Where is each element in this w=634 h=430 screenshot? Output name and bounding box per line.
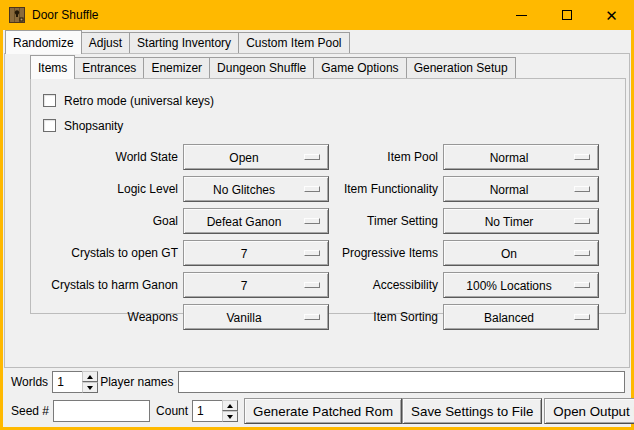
- dropdown-value: Open: [184, 150, 304, 165]
- seed-label: Seed #: [9, 404, 53, 418]
- tab-label: Enemizer: [151, 61, 202, 75]
- tab-enemizer[interactable]: Enemizer: [143, 57, 210, 78]
- worlds-spin-up-button[interactable]: [82, 371, 98, 382]
- tab-items[interactable]: Items: [30, 55, 75, 79]
- item-pool-label: Item Pool: [334, 150, 438, 164]
- tab-label: Dungeon Shuffle: [217, 61, 306, 75]
- seed-row: Seed # Count Generate Patched Rom Save S…: [9, 398, 625, 424]
- window-title: Door Shuffle: [32, 8, 99, 22]
- logic-level-dropdown[interactable]: No Glitches: [183, 176, 329, 202]
- accessibility-dropdown[interactable]: 100% Locations: [443, 272, 599, 298]
- worlds-spin-down-button[interactable]: [82, 382, 98, 393]
- dropdown-value: Normal: [444, 182, 574, 197]
- worlds-spinner: [52, 371, 98, 393]
- tab-entrances[interactable]: Entrances: [74, 57, 144, 78]
- shopsanity-row: Shopsanity: [43, 113, 625, 138]
- worlds-label: Worlds: [9, 375, 52, 389]
- crystals-gt-dropdown[interactable]: 7: [183, 240, 329, 266]
- count-input[interactable]: [192, 400, 222, 422]
- count-spin-buttons: [222, 400, 238, 422]
- arrow-down-icon: [87, 386, 93, 390]
- primary-tabbar: Randomize Adjust Starting Inventory Cust…: [3, 30, 631, 53]
- tab-game-options[interactable]: Game Options: [313, 57, 406, 78]
- retro-mode-row: Retro mode (universal keys): [43, 88, 625, 113]
- tab-label: Items: [38, 61, 67, 75]
- close-icon: ✕: [605, 8, 618, 23]
- item-functionality-dropdown[interactable]: Normal: [443, 176, 599, 202]
- count-label: Count: [150, 404, 192, 418]
- client-area: Randomize Adjust Starting Inventory Cust…: [3, 30, 631, 427]
- item-pool-dropdown[interactable]: Normal: [443, 144, 599, 170]
- tab-dungeon-shuffle[interactable]: Dungeon Shuffle: [209, 57, 314, 78]
- item-sorting-dropdown[interactable]: Balanced: [443, 304, 599, 330]
- weapons-dropdown[interactable]: Vanilla: [183, 304, 329, 330]
- dropdown-value: 100% Locations: [444, 278, 574, 293]
- crystals-ganon-dropdown[interactable]: 7: [183, 272, 329, 298]
- minimize-icon: [516, 15, 527, 16]
- maximize-button[interactable]: [544, 0, 589, 30]
- count-spinner: [192, 400, 238, 422]
- shopsanity-label: Shopsanity: [64, 118, 123, 133]
- goal-dropdown[interactable]: Defeat Ganon: [183, 208, 329, 234]
- generate-patched-rom-button[interactable]: Generate Patched Rom: [244, 398, 402, 424]
- count-spin-up-button[interactable]: [222, 400, 238, 411]
- dropdown-indicator-icon: [304, 250, 320, 256]
- count-spin-down-button[interactable]: [222, 411, 238, 422]
- dropdown-indicator-icon: [304, 314, 320, 320]
- close-button[interactable]: ✕: [589, 0, 634, 30]
- retro-mode-label: Retro mode (universal keys): [64, 93, 214, 108]
- minimize-button[interactable]: [499, 0, 544, 30]
- seed-input[interactable]: [53, 400, 150, 422]
- retro-mode-checkbox[interactable]: [43, 94, 56, 107]
- dropdown-value: 7: [184, 246, 304, 261]
- dropdown-value: No Glitches: [184, 182, 304, 197]
- timer-setting-label: Timer Setting: [334, 214, 438, 228]
- item-sorting-label: Item Sorting: [334, 310, 438, 324]
- dropdown-indicator-icon: [574, 186, 590, 192]
- tab-generation-setup[interactable]: Generation Setup: [406, 57, 516, 78]
- dropdown-indicator-icon: [304, 154, 320, 160]
- dropdown-value: Normal: [444, 150, 574, 165]
- worlds-row: Worlds Player names: [9, 371, 625, 393]
- items-pane: Retro mode (universal keys) Shopsanity W…: [30, 78, 626, 314]
- tab-starting-inventory[interactable]: Starting Inventory: [129, 32, 239, 53]
- maximize-icon: [562, 10, 572, 20]
- worlds-input[interactable]: [52, 371, 82, 393]
- dropdown-value: 7: [184, 278, 304, 293]
- progressive-items-label: Progressive Items: [334, 246, 438, 260]
- accessibility-label: Accessibility: [334, 278, 438, 292]
- timer-setting-dropdown[interactable]: No Timer: [443, 208, 599, 234]
- player-names-input[interactable]: [178, 371, 626, 393]
- tab-label: Entrances: [82, 61, 136, 75]
- tab-randomize[interactable]: Randomize: [5, 30, 82, 54]
- tab-adjust[interactable]: Adjust: [81, 32, 130, 53]
- progressive-items-dropdown[interactable]: On: [443, 240, 599, 266]
- item-functionality-label: Item Functionality: [334, 182, 438, 196]
- world-state-dropdown[interactable]: Open: [183, 144, 329, 170]
- world-state-label: World State: [32, 150, 178, 164]
- dropdown-indicator-icon: [574, 154, 590, 160]
- titlebar[interactable]: Door Shuffle ✕: [0, 0, 634, 30]
- footer: Worlds Player names Seed # Count: [3, 366, 631, 427]
- tab-label: Generation Setup: [414, 61, 508, 75]
- door-icon: [9, 7, 25, 23]
- window-controls: ✕: [499, 0, 634, 30]
- arrow-up-icon: [87, 375, 93, 379]
- shopsanity-checkbox[interactable]: [43, 119, 56, 132]
- dropdown-indicator-icon: [304, 282, 320, 288]
- tab-custom-item-pool[interactable]: Custom Item Pool: [238, 32, 349, 53]
- dropdown-indicator-icon: [304, 186, 320, 192]
- dropdown-value: Defeat Ganon: [184, 214, 304, 229]
- tab-label: Custom Item Pool: [246, 36, 341, 50]
- open-output-directory-button[interactable]: Open Output Directory: [544, 398, 634, 424]
- save-settings-button[interactable]: Save Settings to File: [402, 398, 542, 424]
- dropdown-value: No Timer: [444, 214, 574, 229]
- dropdown-indicator-icon: [304, 218, 320, 224]
- dropdown-indicator-icon: [574, 250, 590, 256]
- dropdown-indicator-icon: [574, 282, 590, 288]
- dropdown-value: Vanilla: [184, 310, 304, 325]
- secondary-tabbar: Items Entrances Enemizer Dungeon Shuffle…: [5, 54, 629, 78]
- tab-label: Starting Inventory: [137, 36, 231, 50]
- weapons-label: Weapons: [32, 310, 178, 324]
- dropdown-indicator-icon: [574, 218, 590, 224]
